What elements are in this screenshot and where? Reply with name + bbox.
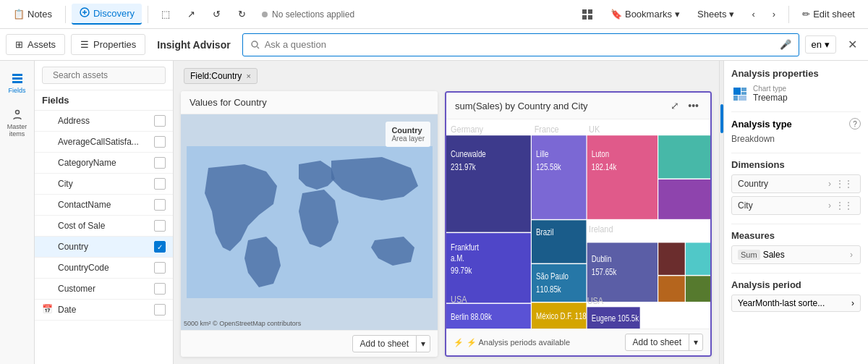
field-item[interactable]: City <box>35 174 173 195</box>
field-item-checkbox[interactable] <box>154 157 166 169</box>
field-item-checkbox[interactable] <box>154 283 166 295</box>
field-item-name: CountryCode <box>58 263 150 273</box>
main-area: Fields Master items <box>0 61 868 364</box>
center-panel: Field:Country × Values for Country <box>174 61 719 364</box>
dimension-city-drag[interactable]: ⋮⋮ <box>834 200 854 211</box>
map-attribution: 5000 km² © OpenStreetMap contributors <box>184 320 301 327</box>
field-item-checkbox[interactable] <box>154 136 166 148</box>
svg-text:USA: USA <box>451 294 467 305</box>
field-item[interactable]: Address <box>35 111 173 132</box>
dimension-city-item[interactable]: City › ⋮⋮ <box>731 196 861 215</box>
field-item[interactable]: ContactName <box>35 195 173 216</box>
dimension-city-expand[interactable]: › <box>827 200 833 211</box>
add-to-sheet-button-map[interactable]: Add to sheet ▾ <box>352 335 430 352</box>
edit-sheet-button[interactable]: ✏ Edit sheet <box>795 6 862 22</box>
expand-button[interactable]: ⤢ <box>668 98 682 113</box>
field-tag-remove[interactable]: × <box>246 72 250 80</box>
treemap-container: Germany Cunewalde 231.97k Frankfurt a.M.… <box>446 119 710 329</box>
grid-view-button[interactable] <box>574 6 600 23</box>
svg-rect-3 <box>582 15 587 20</box>
field-item[interactable]: Customer <box>35 279 173 300</box>
language-selector[interactable]: en ▾ <box>805 35 836 54</box>
toolbar-divider-2 <box>148 6 148 23</box>
sheets-button[interactable]: Sheets ▾ <box>690 6 741 22</box>
undo-button[interactable]: ↺ <box>205 6 228 22</box>
field-item[interactable]: CategoryName <box>35 153 173 174</box>
field-item-checkbox[interactable] <box>154 199 166 211</box>
redo-button[interactable]: ↻ <box>231 6 253 22</box>
toolbar-divider-3 <box>788 6 789 23</box>
field-item-checkbox[interactable] <box>154 220 166 232</box>
field-item-checkbox[interactable] <box>154 304 166 316</box>
add-to-sheet-button-treemap[interactable]: Add to sheet ▾ <box>625 334 703 351</box>
chart-type-info: Chart type Treemap <box>753 85 788 103</box>
insight-advisor-label: Insight Advisor <box>151 39 236 51</box>
fields-icon-button[interactable]: Fields <box>1 67 33 100</box>
notes-button[interactable]: 📋 Notes <box>6 6 59 22</box>
svg-rect-46 <box>686 276 710 302</box>
field-item-checkbox[interactable] <box>154 262 166 274</box>
analysis-type-section: Analysis type ? Breakdown <box>731 118 861 144</box>
dimension-country-expand[interactable]: › <box>827 179 833 189</box>
treemap-type-icon <box>731 85 749 103</box>
measure-sales-item[interactable]: Sum Sales › <box>731 245 861 264</box>
edit-icon: ✏ <box>802 9 810 20</box>
search-icon <box>250 40 260 50</box>
field-item[interactable]: 📅 Date <box>35 300 173 321</box>
svg-text:France: France <box>535 124 559 135</box>
svg-text:Lille: Lille <box>536 149 548 158</box>
svg-rect-43 <box>658 242 685 274</box>
nav-next-button[interactable]: › <box>765 6 783 22</box>
lang-chevron: ▾ <box>825 39 830 50</box>
question-search-bar[interactable]: 🎤 <box>242 33 799 56</box>
top-toolbar: 📋 Notes Discovery ⬚ ↗ ↺ ↻ No selections … <box>0 0 868 29</box>
svg-point-9 <box>15 111 19 114</box>
mic-icon[interactable]: 🎤 <box>780 39 791 50</box>
treemap-card-actions: ⤢ ••• <box>668 98 702 113</box>
properties-tab[interactable]: ☰ Properties <box>71 34 145 55</box>
more-options-button[interactable]: ••• <box>685 98 702 113</box>
discovery-button[interactable]: Discovery <box>72 4 142 25</box>
field-item[interactable]: Cost of Sale <box>35 216 173 237</box>
svg-rect-1 <box>582 9 587 14</box>
map-card-footer: Add to sheet ▾ <box>181 330 438 357</box>
select-icon: ⬚ <box>161 9 170 20</box>
field-item-checkbox[interactable]: ✓ <box>154 241 166 253</box>
analysis-period-item[interactable]: YearMonth-last sorte... › <box>731 295 861 312</box>
analysis-period-note: ⚡ ⚡ Analysis periods available <box>454 338 570 347</box>
map-card: Values for Country <box>181 91 438 357</box>
master-items-icon-button[interactable]: Master items <box>1 103 33 143</box>
svg-text:Germany: Germany <box>451 124 484 135</box>
svg-rect-52 <box>741 88 746 91</box>
dimension-country-item[interactable]: Country › ⋮⋮ <box>731 174 861 193</box>
search-assets-field[interactable] <box>53 70 161 80</box>
field-item[interactable]: CountryCode <box>35 258 173 279</box>
properties-icon: ☰ <box>80 39 89 50</box>
master-items-icon <box>11 109 24 122</box>
measure-sales-expand[interactable]: › <box>848 250 854 260</box>
field-item-name: Cost of Sale <box>58 221 150 231</box>
search-assets-input[interactable] <box>42 67 166 84</box>
bookmarks-button[interactable]: 🔖 Bookmarks ▾ <box>603 6 687 22</box>
analysis-period-chevron: › <box>851 298 854 308</box>
field-item[interactable]: AverageCallSatisfa... <box>35 132 173 153</box>
field-item-checkbox[interactable] <box>154 115 166 127</box>
world-map-svg <box>187 146 433 298</box>
panel-content: Fields Address AverageCallSatisfa... Cat… <box>35 61 173 364</box>
field-item-checkbox[interactable] <box>154 178 166 190</box>
svg-text:182.14k: 182.14k <box>592 162 617 172</box>
select-tool-button[interactable]: ⬚ <box>154 6 177 22</box>
svg-text:Ireland: Ireland <box>589 224 613 234</box>
map-container: Country Area layer 5000 km² © OpenStreet… <box>181 114 438 330</box>
close-insight-button[interactable]: ✕ <box>842 35 862 55</box>
nav-prev-button[interactable]: ‹ <box>744 6 762 22</box>
left-panel: Fields Master items <box>0 61 174 364</box>
svg-rect-7 <box>12 77 22 80</box>
assets-tab[interactable]: ⊞ Assets <box>6 34 65 55</box>
search-input[interactable] <box>265 39 775 50</box>
field-item[interactable]: Country ✓ <box>35 237 173 258</box>
grid-icon <box>582 9 593 20</box>
dimension-country-drag[interactable]: ⋮⋮ <box>834 179 854 189</box>
analysis-type-help[interactable]: ? <box>849 118 861 130</box>
brush-tool-button[interactable]: ↗ <box>180 6 203 22</box>
